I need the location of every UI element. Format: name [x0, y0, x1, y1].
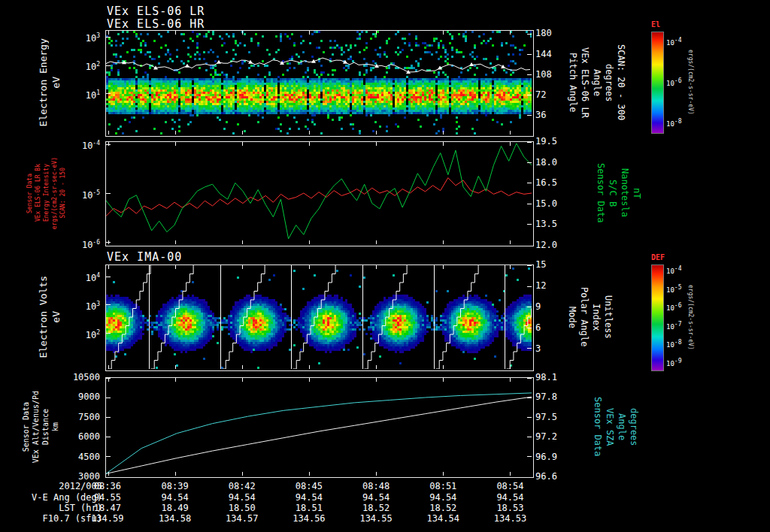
p1-right-tick: 36 [535, 110, 546, 119]
footer-value: 94.55 [83, 492, 132, 503]
ima-colorbar-tick: 10-9 [666, 358, 681, 367]
p3-left-label-line: eV [50, 311, 62, 323]
ima-colorbar-tick: 10-6 [666, 302, 681, 312]
p4-left-label-line: Distance [41, 409, 50, 445]
p4-right-label-line: VEx SZA [605, 408, 615, 446]
p2-right-axis-ticks: 19.518.016.515.013.512.0 [535, 141, 573, 245]
p2-right-tick: 13.5 [535, 219, 557, 228]
p4-left-tick: 4500 [78, 452, 100, 461]
p3-right-tick: 9 [535, 302, 541, 311]
p4-left-tick: 10500 [73, 373, 100, 382]
p3-right-tick: 3 [535, 344, 541, 353]
els-colorbar-tick: 10-4 [666, 37, 681, 47]
footer-value: 134.59 [83, 513, 132, 524]
els-colorbar-units-text: ergs/(cm2-s-sr-eV) [687, 50, 694, 115]
p2-left-tick: 10-6 [82, 238, 100, 249]
time-tick-label: 08:51 [419, 481, 467, 491]
p1-right-label-line: Angle [592, 69, 602, 96]
ima-colorbar-units: ergs/(cm2-s-sr-eV) [687, 264, 694, 370]
els-spectrogram-canvas [106, 31, 532, 135]
ima-colorbar-tick: 10-8 [666, 339, 681, 349]
p2-right-tick: 19.5 [535, 137, 557, 146]
altitude-sza-canvas [106, 378, 532, 476]
p2-right-label-line: Sensor Data [596, 163, 606, 222]
els-colorbar-ticks: 10-410-610-8 [666, 32, 689, 132]
p3-right-axis-label: ModePolar AngleIndexUnitless [567, 264, 614, 370]
time-tick-label: 08:45 [285, 481, 333, 491]
p4-right-tick: 97.2 [535, 432, 557, 441]
ima-colorbar-gradient [651, 264, 664, 371]
p4-right-axis-ticks: 98.197.897.597.296.996.6 [535, 377, 573, 476]
p2-left-label-line: SCAN: 20 - 150 [59, 168, 66, 218]
ima-colorbar-tick: 10-4 [666, 265, 681, 275]
p4-right-tick: 98.1 [535, 373, 557, 382]
ima-spectrogram-panel [105, 264, 534, 371]
intensity-bfield-canvas [106, 142, 532, 244]
lst-row: LST (hr) 18.4718.4918.5018.5118.5218.521… [0, 503, 770, 513]
ima-colorbar-tick: 10-5 [666, 284, 681, 294]
p1-right-axis-label: Pitch AngleVEx ELS-06 LRAngledegreesSCAN… [564, 30, 630, 135]
p2-left-label-line: VEx ELS-06 LR Bk [35, 164, 41, 222]
p1-left-label-line: eV [50, 77, 62, 89]
els-colorbar: El 10-410-610-8 ergs/(cm2-s-sr-eV) [651, 32, 704, 132]
p3-left-tick: 103 [86, 300, 100, 311]
p2-right-tick: 15.0 [535, 199, 557, 208]
footer-value: 18.47 [83, 503, 132, 513]
p2-left-axis-label: Sensor DataVEx ELS-06 LR BkEnergy Intens… [18, 141, 74, 245]
footer-value: 94.54 [218, 492, 266, 503]
p1-right-label-line: SCAN: 20 - 300 [616, 44, 626, 120]
p2-left-label-line: Sensor Data [26, 174, 33, 213]
p2-left-tick: 10-5 [82, 189, 100, 200]
p2-right-label-line: Nanotesla [620, 168, 630, 217]
f107-row: F10.7 (sfu) 134.59134.58134.57134.56134.… [0, 513, 770, 524]
p3-right-label-line: Index [591, 304, 602, 331]
p3-right-tick: 6 [535, 323, 541, 332]
p1-left-tick: 101 [86, 89, 100, 100]
p2-right-label-line: S/C B [608, 180, 618, 207]
p3-right-label-line: Polar Angle [579, 287, 590, 346]
els-colorbar-units: ergs/(cm2-s-sr-eV) [687, 32, 694, 132]
p4-right-tick: 96.6 [535, 472, 557, 481]
time-tick-label: 08:39 [151, 481, 199, 491]
ima-spectrogram-canvas [106, 265, 532, 369]
p1-right-tick: 108 [535, 70, 552, 79]
els-colorbar-title: El [651, 20, 660, 29]
footer-value: 134.53 [486, 513, 534, 524]
p1-right-label-line: Pitch Angle [568, 53, 578, 112]
footer-value: 18.50 [218, 503, 266, 513]
footer-value: 18.53 [486, 503, 534, 513]
els-colorbar-gradient [651, 32, 664, 134]
footer-value: 134.57 [218, 513, 266, 524]
p1-right-tick: 72 [535, 90, 546, 99]
p3-right-label-line: Unitless [603, 295, 614, 339]
p2-right-tick: 12.0 [535, 240, 557, 249]
els-colorbar-tick: 10-8 [666, 118, 681, 128]
p2-right-tick: 18.0 [535, 158, 557, 167]
p2-right-axis-label: Sensor DataS/C BNanoteslanT [596, 141, 642, 245]
p1-right-label-line: VEx ELS-06 LR [580, 47, 590, 118]
p1-right-tick: 180 [535, 29, 552, 38]
time-tick-label: 08:54 [486, 481, 534, 491]
els-colorbar-tick: 10-6 [666, 77, 681, 87]
time-axis-row: 2012/005 08:3608:3908:4208:4508:4808:510… [0, 481, 770, 491]
p4-left-axis-label: Sensor DataVEx Alt/Venus/PdDistancekm [15, 377, 66, 476]
p4-left-tick: 6000 [78, 432, 100, 441]
ima-colorbar-title: DEF [651, 253, 665, 261]
p4-right-label-line: Angle [617, 413, 627, 440]
p1-left-label-line: Electron Energy [38, 38, 49, 126]
ima-colorbar-tick: 10-7 [666, 321, 681, 331]
p4-left-tick: 9000 [78, 392, 100, 401]
p4-left-label-line: VEx Alt/Venus/Pd [32, 391, 40, 463]
footer-value: 18.49 [151, 503, 199, 513]
p4-right-tick: 97.8 [535, 392, 557, 401]
footer-value: 18.52 [352, 503, 400, 513]
els-spectrogram-panel [105, 30, 534, 137]
p1-left-tick: 102 [86, 60, 100, 71]
p2-right-tick: 16.5 [535, 178, 557, 187]
time-tick-label: 08:42 [218, 481, 266, 491]
p1-right-tick: 144 [535, 50, 552, 59]
ima-colorbar-units-text: ergs/(cm2-s-sr-eV) [687, 285, 694, 350]
altitude-sza-panel [105, 377, 534, 478]
p4-right-label-line: Sensor Data [593, 397, 603, 456]
spectrogram-dashboard: VEx ELS-06 LR VEx ELS-06 HR VEx IMA-00 1… [0, 0, 770, 532]
